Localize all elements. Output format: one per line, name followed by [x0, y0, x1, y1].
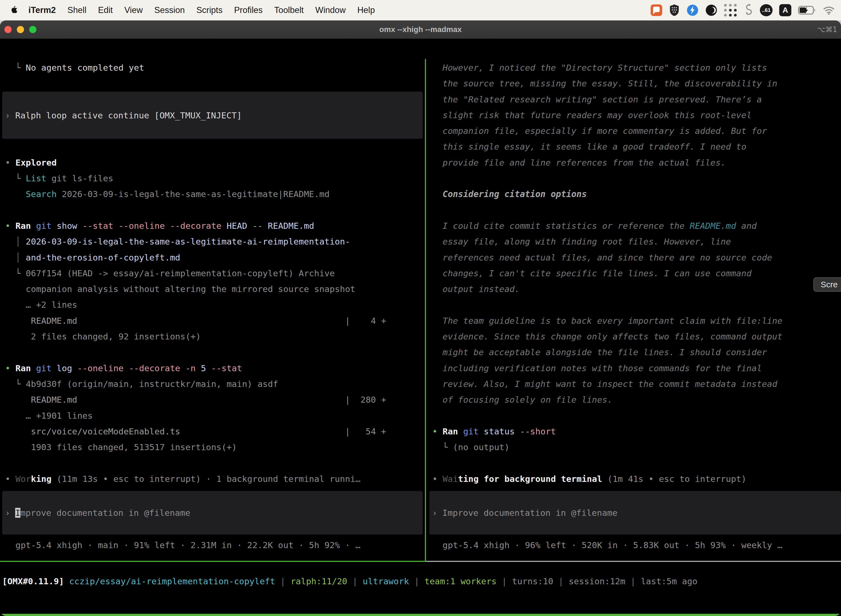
- menu-item-scripts[interactable]: Scripts: [190, 5, 229, 15]
- terminal-line: README.md | 280 +: [0, 392, 425, 408]
- text-segment: •: [5, 158, 10, 167]
- terminal-line: [0, 455, 425, 471]
- dots-grid-icon[interactable]: [724, 4, 737, 17]
- terminal-line: The team guideline is to back every impo…: [427, 313, 841, 329]
- text-segment: 1903 files changed, 513517 insertions(+): [0, 442, 237, 452]
- terminal-line: output instead.: [427, 281, 841, 297]
- tmux-status-bar: [omx-cczip0:bash* "MacBook-Pro-44.local"…: [0, 614, 841, 616]
- terminal-line: • Ran git show --stat --oneline --decora…: [0, 218, 425, 234]
- text-segment: │: [0, 252, 26, 263]
- zap-circle-icon[interactable]: [687, 4, 699, 16]
- text-segment: README.md: [0, 395, 77, 405]
- text-segment: |: [497, 576, 512, 586]
- text-segment: ultrawork: [363, 576, 409, 586]
- text-segment: [458, 427, 463, 436]
- terminal-line: the source tree, missing the essay. Stil…: [427, 76, 841, 91]
- text-segment: [10, 221, 15, 231]
- terminal-line: evidence. Since this change only affects…: [427, 329, 841, 345]
- text-segment: [180, 427, 345, 436]
- text-segment: and-the-erosion-of-copyleft.md: [26, 252, 180, 263]
- text-segment: session:12m: [568, 576, 625, 586]
- text-segment: [OMX#0.11.9]: [2, 576, 64, 586]
- text-segment: ›: [5, 110, 15, 120]
- menubar-status-icons: ..61 A: [651, 4, 841, 17]
- text-segment: [77, 395, 345, 405]
- menu-item-session[interactable]: Session: [148, 5, 190, 15]
- menu-item-help[interactable]: Help: [352, 5, 381, 15]
- menu-item-view[interactable]: View: [119, 5, 149, 15]
- window-title: omx --xhigh --madmax: [379, 25, 462, 34]
- terminal-line: • Waiting for background terminal (1m 41…: [427, 471, 841, 487]
- text-segment: [0, 221, 5, 231]
- text-segment: of focusing solely on file lines.: [427, 395, 612, 405]
- text-segment: the "Related research writing" section i…: [427, 94, 762, 104]
- close-button[interactable]: [4, 26, 12, 33]
- minimize-button[interactable]: [17, 26, 24, 33]
- menu-item-iterm2[interactable]: iTerm2: [23, 5, 62, 15]
- text-segment: 2026-03-09-is-legal-the-same-as-legitima…: [26, 236, 350, 246]
- shield-grid-icon[interactable]: [669, 4, 680, 16]
- badge-61-icon[interactable]: ..61: [760, 4, 772, 16]
- terminal-line: 1903 files changed, 513517 insertions(+): [0, 439, 425, 455]
- text-segment: [437, 427, 442, 436]
- prompt-input-left[interactable]: › Improve documentation in @filename: [2, 491, 423, 535]
- terminal-area: └ No agents completed yet› Ralph loop ac…: [0, 59, 841, 616]
- text-segment: [0, 474, 5, 484]
- text-segment: companion analysis without altering the …: [0, 284, 355, 294]
- wifi-icon[interactable]: [823, 6, 835, 15]
- tmux-pane-left[interactable]: └ No agents completed yet› Ralph loop ac…: [0, 59, 425, 562]
- menu-items: iTerm2ShellEditViewSessionScriptsProfile…: [23, 5, 381, 15]
- terminal-line: … +2 lines: [0, 297, 425, 313]
- zoom-button[interactable]: [29, 26, 37, 33]
- terminal-line: [427, 455, 841, 471]
- terminal-line: └ List git ls-files: [0, 170, 425, 186]
- text-segment: evidence. Since this change only affects…: [427, 331, 782, 342]
- prompt-input-right[interactable]: › Improve documentation in @filename: [429, 491, 841, 535]
- menu-item-edit[interactable]: Edit: [92, 5, 119, 15]
- ralph-loop-banner: › Ralph loop active continue [OMX_TMUX_I…: [2, 92, 423, 139]
- inactive-pane-border: [426, 561, 841, 562]
- a-square-icon[interactable]: A: [779, 4, 791, 16]
- menu-item-profiles[interactable]: Profiles: [228, 5, 268, 15]
- text-segment: [427, 427, 432, 436]
- terminal-line: this single essay, it seems like a good …: [427, 139, 841, 154]
- menu-item-window[interactable]: Window: [309, 5, 352, 15]
- text-segment: No agents completed yet: [26, 63, 144, 73]
- text-segment: •: [5, 363, 10, 373]
- text-segment: git: [36, 221, 51, 231]
- squiggle-icon[interactable]: [744, 4, 753, 17]
- text-segment: the source tree, missing the essay. Stil…: [427, 78, 777, 88]
- text-segment: └: [0, 173, 26, 183]
- window-titlebar[interactable]: omx --xhigh --madmax ⌥⌘1: [0, 21, 841, 39]
- apple-menu-icon[interactable]: [0, 6, 23, 15]
- terminal-line: the "Related research writing" section i…: [427, 92, 841, 107]
- text-segment: | 280 +: [345, 395, 386, 405]
- terminal-line: I could cite commit statistics or refere…: [427, 218, 841, 234]
- text-segment: companion file, especially if more comme…: [427, 126, 767, 136]
- text-segment: [0, 363, 5, 373]
- text-segment: [0, 158, 5, 167]
- terminal-line: references need actual files, and since …: [427, 250, 841, 265]
- text-segment: └: [0, 379, 26, 389]
- text-segment: List: [26, 173, 46, 183]
- tmux-pane-right[interactable]: However, I noticed the "Directory Struct…: [427, 59, 841, 562]
- terminal-line: │ and-the-erosion-of-copyleft.md: [0, 250, 425, 265]
- terminal-line: However, I noticed the "Directory Struct…: [427, 60, 841, 76]
- omx-status-line: [OMX#0.11.9] cczip/essay/ai-reimplementa…: [2, 573, 697, 589]
- chat-badge-icon[interactable]: [651, 4, 662, 16]
- a-square-label: A: [782, 6, 788, 15]
- battery-charging-icon[interactable]: [798, 6, 816, 15]
- terminal-line: │ 2026-03-09-is-legal-the-same-as-legiti…: [0, 234, 425, 249]
- menu-item-shell[interactable]: Shell: [62, 5, 92, 15]
- menu-item-toolbelt[interactable]: Toolbelt: [268, 5, 309, 15]
- text-segment: (no output): [453, 442, 509, 452]
- screen-tooltip-label: Scre: [820, 280, 838, 289]
- text-segment: git: [36, 363, 51, 373]
- text-segment: |: [275, 576, 290, 586]
- text-segment: However, I noticed the "Directory Struct…: [427, 63, 767, 73]
- terminal-line: src/voice/voiceModeEnabled.ts | 54 +: [0, 424, 425, 439]
- pane-divider[interactable]: [425, 59, 426, 562]
- text-segment: this single essay, it seems like a good …: [427, 142, 746, 151]
- text-segment: |: [409, 576, 424, 586]
- moon-circle-icon[interactable]: [705, 4, 717, 16]
